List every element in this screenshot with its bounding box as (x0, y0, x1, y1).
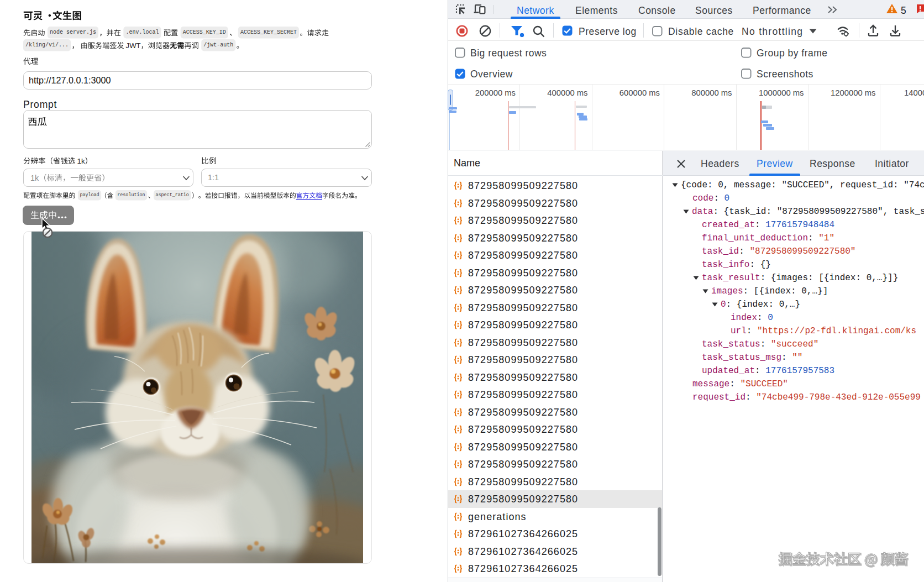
svg-text:/kling/v1/...: /kling/v1/... (25, 42, 69, 48)
svg-text:resolution: resolution (117, 192, 145, 198)
svg-text:aspect_ratio: aspect_ratio (156, 192, 189, 198)
svg-text:ACCESS_KEY_SECRET: ACCESS_KEY_SECRET (240, 29, 297, 35)
svg-text:JWT: JWT (126, 41, 141, 50)
svg-text:1k: 1k (30, 174, 39, 182)
svg-text:.env.local: .env.local (125, 29, 159, 35)
svg-text:ACCESS_KEY_ID: ACCESS_KEY_ID (183, 29, 226, 35)
svg-text:1k: 1k (77, 157, 86, 165)
svg-text:node server.js: node server.js (50, 29, 96, 35)
svg-text:payload: payload (80, 192, 99, 198)
svg-text:/jwt-auth: /jwt-auth (203, 42, 233, 48)
